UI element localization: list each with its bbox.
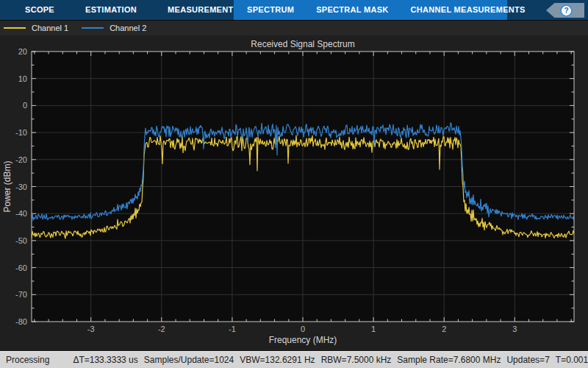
status-metric: Samples/Update=1024 <box>144 355 234 365</box>
y-tick-label: -40 <box>15 209 27 218</box>
x-tick-label: -3 <box>87 325 95 333</box>
status-metric: Sample Rate=7.6800 MHz <box>397 355 501 365</box>
x-tick-label: 1 <box>371 325 376 333</box>
help-button[interactable]: ? <box>546 3 584 18</box>
tab-group-main: SCOPEESTIMATIONMEASUREMENTS <box>0 0 234 20</box>
toolbar: SCOPEESTIMATIONMEASUREMENTS SPECTRUMSPEC… <box>0 0 588 21</box>
legend-label: Channel 1 <box>32 24 68 32</box>
y-tick-label: -60 <box>15 263 27 272</box>
status-metrics: ΔT=133.3333 usSamples/Update=1024VBW=132… <box>73 355 588 365</box>
y-tick-label: -70 <box>15 290 27 299</box>
y-tick-label: -80 <box>15 317 27 326</box>
x-tick-label: 3 <box>512 325 517 333</box>
tab-spectral-mask[interactable]: SPECTRAL MASK <box>316 0 388 20</box>
tab-channel-measurements[interactable]: CHANNEL MEASUREMENTS <box>411 0 526 20</box>
y-tick-label: -30 <box>15 183 27 191</box>
tab-group-spectral: SPECTRUMSPECTRAL MASKCHANNEL MEASUREMENT… <box>234 0 507 20</box>
status-metric: RBW=7.5000 kHz <box>321 355 392 365</box>
y-tick-label: 10 <box>18 74 27 83</box>
legend-label: Channel 2 <box>110 24 146 32</box>
legend: Channel 1Channel 2 <box>0 21 588 35</box>
tab-scope[interactable]: SCOPE <box>25 0 54 20</box>
tab-spectrum[interactable]: SPECTRUM <box>247 0 294 20</box>
legend-item-channel-2[interactable]: Channel 2 <box>82 24 146 32</box>
status-state: Processing <box>6 355 49 365</box>
legend-item-channel-1[interactable]: Channel 1 <box>4 24 68 32</box>
x-tick-label: -1 <box>229 325 236 333</box>
y-tick-label: 20 <box>18 47 27 56</box>
y-tick-label: -20 <box>15 155 27 164</box>
chart-title: Received Signal Spectrum <box>251 39 354 49</box>
help-label: ? <box>564 7 568 15</box>
tab-estimation[interactable]: ESTIMATION <box>85 0 137 20</box>
legend-line-sample <box>4 27 26 29</box>
spectrum-plot[interactable]: Received Signal Spectrum20100-10-20-30-4… <box>0 35 588 351</box>
status-metric: ΔT=133.3333 us <box>73 355 137 365</box>
status-metric: T=0.0010 <box>556 355 588 365</box>
status-metric: VBW=132.6291 Hz <box>240 355 315 365</box>
x-tick-label: 0 <box>301 325 305 333</box>
x-axis-label: Frequency (MHz) <box>269 335 337 345</box>
x-tick-label: 2 <box>442 325 446 333</box>
status-bar: Processing ΔT=133.3333 usSamples/Update=… <box>0 351 588 368</box>
y-axis-label: Power (dBm) <box>2 160 12 212</box>
help-icon: ? <box>560 4 573 17</box>
tab-measurements[interactable]: MEASUREMENTS <box>168 0 239 20</box>
scope-figure: Channel 1Channel 2 Received Signal Spect… <box>0 21 588 351</box>
status-metric: Updates=7 <box>506 355 549 365</box>
x-tick-label: -2 <box>158 325 165 333</box>
y-tick-label: -50 <box>15 236 27 245</box>
y-tick-label: -10 <box>15 128 27 137</box>
legend-line-sample <box>82 27 104 29</box>
y-tick-label: 0 <box>23 101 27 110</box>
